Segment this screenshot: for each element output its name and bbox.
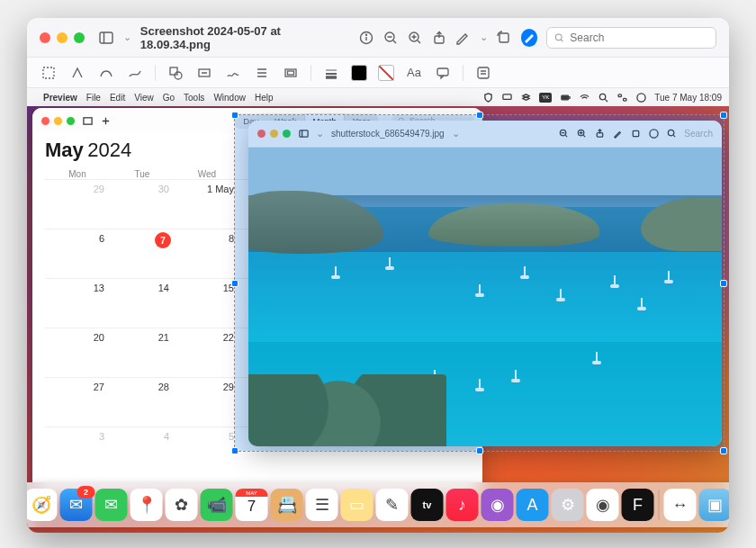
menu-window[interactable]: Window (213, 93, 246, 103)
display-icon[interactable] (501, 92, 512, 103)
menu-go[interactable]: Go (163, 93, 175, 103)
dock-figma[interactable]: F (622, 489, 654, 521)
adjust-size-icon[interactable] (282, 64, 300, 82)
dock-safari[interactable]: 🧭 (27, 489, 58, 521)
add-event-icon[interactable] (100, 115, 111, 126)
menu-help[interactable]: Help (255, 93, 274, 103)
resize-handle-e[interactable] (720, 280, 727, 287)
adjust-color-icon[interactable] (253, 64, 271, 82)
battery-icon[interactable] (560, 92, 571, 103)
control-center-icon[interactable] (616, 92, 627, 103)
dock-notes[interactable]: ▭ (341, 489, 374, 521)
resize-handle-ne[interactable] (720, 112, 727, 119)
dock-freeform[interactable]: ✎ (376, 489, 409, 521)
calendar-cell[interactable]: 30 (110, 180, 175, 229)
minimize-icon[interactable] (57, 32, 68, 43)
dock-maps[interactable]: 📍 (130, 489, 163, 521)
menu-view[interactable]: View (134, 93, 154, 103)
menu-edit[interactable]: Edit (110, 93, 125, 103)
calendar-cell[interactable]: 8 (175, 229, 239, 278)
resize-handle-w[interactable] (231, 280, 238, 287)
resize-handle-nw[interactable] (231, 112, 238, 119)
sidebar-toggle-icon[interactable] (99, 30, 114, 46)
dock-reminders[interactable]: ☰ (306, 489, 338, 521)
calendar-cell[interactable]: 3 (45, 427, 110, 476)
chevron-down-icon[interactable]: ⌄ (123, 31, 131, 43)
calendar-cell[interactable]: 15 (175, 279, 239, 328)
user-badge[interactable]: YK (539, 93, 552, 103)
calendar-cell[interactable]: 13 (45, 279, 110, 328)
resize-handle-se[interactable] (720, 447, 727, 454)
markup-icon[interactable] (455, 30, 471, 46)
dock-facetime[interactable]: 📹 (201, 489, 233, 521)
fill-color-swatch[interactable] (378, 65, 394, 81)
shield-icon[interactable] (482, 92, 493, 103)
resize-handle-n[interactable] (476, 112, 483, 119)
description-icon[interactable] (474, 64, 492, 82)
spotlight-icon[interactable] (598, 92, 608, 103)
calendar-cell[interactable]: 29 (45, 180, 110, 229)
resize-handle-s[interactable] (476, 447, 483, 454)
calendar-cell[interactable]: 22 (175, 328, 239, 377)
calendar-cell[interactable]: 1 May (175, 180, 239, 229)
shapes-icon[interactable] (166, 64, 184, 82)
calendar-cell[interactable]: 6 (45, 229, 110, 278)
markup-mode-icon[interactable] (521, 29, 538, 47)
zoom-in-icon[interactable] (407, 30, 422, 46)
search-input[interactable] (570, 31, 708, 44)
share-icon[interactable] (431, 30, 446, 46)
sign-icon[interactable] (224, 64, 242, 82)
calendar-cell[interactable]: 14 (110, 279, 175, 328)
text-style-icon[interactable]: Aa (405, 64, 423, 82)
dock-chrome[interactable]: ◉ (587, 489, 619, 521)
dock-settings[interactable]: ⚙ (552, 489, 584, 521)
search-field[interactable] (546, 27, 716, 49)
clock[interactable]: Tue 7 May 18:09 (654, 93, 722, 103)
zoom-icon[interactable] (74, 32, 85, 43)
instant-alpha-icon[interactable] (68, 64, 86, 82)
dock-podcasts[interactable]: ◉ (482, 489, 514, 521)
calendar-cell[interactable]: 21 (110, 328, 175, 377)
dock-folder[interactable]: ▣ (699, 489, 730, 521)
calendar-cell[interactable]: 27 (45, 378, 110, 427)
sketch-icon[interactable] (126, 64, 144, 82)
selection-marquee[interactable] (234, 114, 724, 452)
dock-music[interactable]: ♪ (446, 489, 479, 521)
calendars-icon[interactable] (82, 115, 93, 126)
dock-calendar[interactable]: MAY7 (236, 489, 268, 521)
text-icon[interactable] (195, 64, 213, 82)
dropbox-icon[interactable] (520, 92, 531, 103)
lasso-icon[interactable] (97, 64, 115, 82)
calendar-cell[interactable]: 20 (45, 328, 110, 377)
calendar-cell[interactable]: 4 (110, 427, 175, 476)
dock-photos[interactable]: ✿ (166, 489, 198, 521)
zoom-out-icon[interactable] (382, 30, 398, 46)
info-icon[interactable] (359, 30, 374, 46)
canvas[interactable]: Preview File Edit View Go Tools Window H… (27, 88, 729, 533)
line-weight-icon[interactable] (322, 64, 340, 82)
calendar-cell[interactable]: 7 (110, 229, 175, 278)
siri-icon[interactable] (635, 92, 646, 103)
stroke-color-swatch[interactable] (351, 65, 367, 81)
menubar-app[interactable]: Preview (43, 93, 77, 103)
rotate-icon[interactable] (497, 30, 512, 46)
menu-file[interactable]: File (86, 93, 101, 103)
annotate-icon[interactable] (434, 64, 452, 82)
calendar-cell[interactable]: 5 (175, 427, 239, 476)
calendar-cell[interactable]: 29 (175, 378, 239, 427)
dock-contacts[interactable]: 📇 (271, 489, 303, 521)
calendar-cell[interactable]: 28 (110, 378, 175, 427)
dock-mail[interactable]: ✉ (60, 489, 93, 521)
selection-tool-icon[interactable] (40, 64, 58, 82)
dock-tv[interactable]: tv (411, 489, 444, 521)
wifi-icon[interactable] (579, 92, 590, 103)
resize-handle-sw[interactable] (231, 447, 238, 454)
zoom-icon[interactable] (67, 117, 75, 125)
chevron-down-icon[interactable]: ⌄ (480, 31, 488, 43)
menu-tools[interactable]: Tools (184, 93, 204, 103)
dock-messages[interactable]: ✉ (95, 489, 128, 521)
dock-teamviewer[interactable]: ↔ (664, 489, 697, 521)
dock-appstore[interactable]: A (517, 489, 549, 521)
minimize-icon[interactable] (54, 117, 62, 125)
close-icon[interactable] (41, 117, 50, 125)
